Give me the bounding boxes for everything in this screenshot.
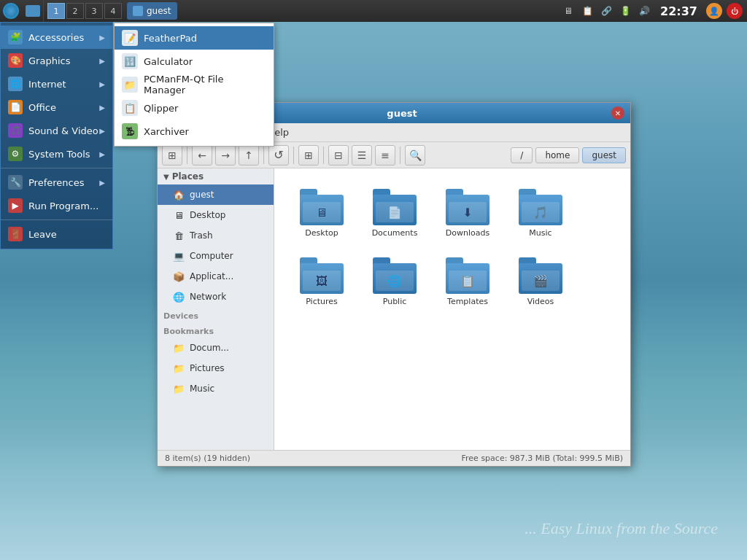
fm-reload-button[interactable]: ↺ [268, 145, 289, 166]
folder-public-icon: 🌐 [373, 257, 417, 294]
desktop-overlay-icon: 🖥 [316, 206, 328, 219]
fm-devices-header: Devices [158, 307, 274, 322]
internet-arrow: ▶ [99, 80, 105, 88]
run-label: Run Program... [28, 201, 98, 211]
fm-places-header[interactable]: ▼ Places [158, 168, 274, 184]
fm-thumbnail-button[interactable]: ⊟ [328, 145, 349, 166]
menu-item-graphics[interactable]: 🎨 Graphics ▶ [1, 49, 112, 72]
fm-statusbar: 8 item(s) (19 hidden) Free space: 987.3 … [158, 450, 630, 466]
sidebar-item-guest[interactable]: 🏠 guest [158, 184, 274, 205]
trash-sidebar-icon: 🗑 [172, 229, 185, 242]
workspace-2-button[interactable]: 2 [66, 3, 84, 19]
fm-toolbar-sep4 [323, 147, 324, 164]
clipboard-icon[interactable]: 📋 [580, 4, 595, 18]
fm-new-tab-button[interactable]: ⊞ [162, 145, 182, 166]
menu-item-internet[interactable]: 🌐 Internet ▶ [1, 72, 112, 96]
volume-icon[interactable]: 🔊 [637, 4, 651, 18]
taskbar: 1 2 3 4 guest 🖥 📋 🔗 🔋 🔊 22:37 👤 ⏻ [0, 0, 747, 22]
fm-content-area: 🖥 Desktop 📄 Documents ⬇ [274, 168, 630, 450]
sidebar-bookmark-pictures[interactable]: 📁 Pictures [158, 358, 274, 378]
fm-toolbar-sep3 [293, 147, 294, 164]
fm-up-button[interactable]: ↑ [239, 145, 259, 166]
fm-filter-button[interactable]: 🔍 [405, 145, 425, 166]
fm-path-guest[interactable]: guest [582, 147, 626, 163]
sound-video-icon: 🎵 [8, 123, 23, 138]
folder-documents[interactable]: 📄 Documents [362, 183, 427, 244]
display-icon[interactable]: 🖥 [561, 4, 576, 18]
desktop-sidebar-label: Desktop [190, 210, 226, 220]
fm-back-button[interactable]: ← [192, 145, 212, 166]
qlipper-label: Qlipper [144, 103, 178, 114]
sidebar-item-desktop[interactable]: 🖥 Desktop [158, 205, 274, 225]
network-icon[interactable]: 🔗 [599, 4, 614, 18]
fm-close-button[interactable]: ✕ [611, 106, 624, 120]
power-button[interactable]: ⏻ [727, 3, 743, 19]
folder-public[interactable]: 🌐 Public [362, 252, 427, 313]
menu-item-accessories[interactable]: 🧩 Accessories ▶ [1, 26, 112, 49]
application-menu: 🧩 Accessories ▶ 🎨 Graphics ▶ 🌐 Internet … [0, 22, 113, 249]
folder-videos[interactable]: 🎬 Videos [508, 252, 573, 313]
menu-item-preferences[interactable]: 🔧 Preferences ▶ [1, 171, 112, 194]
submenu-galculator[interactable]: 🔢 Galculator [115, 50, 274, 73]
submenu-pcmanfm[interactable]: 📁 PCManFM-Qt File Manager [115, 73, 274, 96]
folder-downloads[interactable]: ⬇ Downloads [435, 183, 500, 244]
folder-documents-icon: 📄 [373, 189, 417, 225]
desktop-sidebar-icon: 🖥 [172, 209, 185, 222]
apps-sidebar-icon: 📦 [172, 270, 185, 283]
sidebar-bookmark-music[interactable]: 📁 Music [158, 378, 274, 399]
taskbar-window-button[interactable]: guest [127, 2, 177, 20]
workspace-4-button[interactable]: 4 [104, 3, 122, 19]
fm-list-view-button[interactable]: ☰ [352, 145, 372, 166]
battery-icon[interactable]: 🔋 [618, 4, 632, 18]
workspace-3-button[interactable]: 3 [85, 3, 103, 19]
sidebar-item-trash[interactable]: 🗑 Trash [158, 225, 274, 246]
workspace-1-button[interactable]: 1 [47, 3, 65, 19]
fm-path-home[interactable]: home [535, 147, 579, 163]
submenu-qlipper[interactable]: 📋 Qlipper [115, 96, 274, 120]
folder-pictures-name: Pictures [306, 297, 338, 307]
menu-item-run[interactable]: ▶ Run Program... [1, 194, 112, 217]
menu-item-sound-video[interactable]: 🎵 Sound & Video ▶ [1, 119, 112, 142]
network-sidebar-label: Network [190, 292, 226, 302]
desktop-icon [26, 5, 40, 17]
menu-item-office[interactable]: 📄 Office ▶ [1, 96, 112, 119]
pictures-overlay-icon: 🖼 [316, 274, 328, 288]
fm-detail-view-button[interactable]: ≡ [375, 145, 395, 166]
submenu-xarchiver[interactable]: 🗜 Xarchiver [115, 120, 274, 143]
folder-music[interactable]: 🎵 Music [508, 183, 573, 244]
menu-separator-2 [1, 219, 112, 220]
leave-label: Leave [28, 229, 57, 240]
user-avatar[interactable]: 👤 [706, 3, 722, 19]
system-tools-icon: ⚙️ [8, 147, 23, 161]
folder-pictures[interactable]: 🖼 Pictures [289, 252, 355, 313]
submenu-featherpad[interactable]: 📝 FeatherPad [115, 26, 274, 50]
file-manager-window: – □ guest ✕ Bookmarks File Help ⊞ ← → ↑ … [157, 102, 631, 467]
start-logo [3, 3, 19, 19]
fm-icon-view-button[interactable]: ⊞ [298, 145, 319, 166]
folder-desktop[interactable]: 🖥 Desktop [289, 183, 355, 244]
public-overlay-icon: 🌐 [387, 274, 402, 288]
sidebar-bookmark-documents[interactable]: 📁 Docum... [158, 338, 274, 358]
folder-documents-name: Documents [372, 228, 418, 238]
menu-item-system-tools[interactable]: ⚙️ System Tools ▶ [1, 142, 112, 166]
sidebar-item-network[interactable]: 🌐 Network [158, 287, 274, 307]
folder-desktop-icon: 🖥 [300, 189, 344, 225]
docs-bk-icon: 📁 [172, 341, 185, 354]
templates-overlay-icon: 📋 [460, 274, 475, 288]
documents-overlay-icon: 📄 [387, 206, 402, 219]
videos-overlay-icon: 🎬 [533, 274, 548, 288]
menu-separator-1 [1, 168, 112, 168]
sidebar-item-computer[interactable]: 💻 Computer [158, 246, 274, 266]
folder-templates[interactable]: 📋 Templates [435, 252, 500, 313]
fm-toolbar-sep2 [263, 147, 264, 164]
office-icon: 📄 [8, 100, 23, 114]
office-arrow: ▶ [99, 104, 105, 112]
music-bk-label: Music [190, 384, 214, 394]
accessories-submenu: 📝 FeatherPad 🔢 Galculator 📁 PCManFM-Qt F… [114, 23, 274, 147]
start-button[interactable] [0, 0, 22, 22]
internet-icon: 🌐 [8, 77, 23, 91]
sidebar-item-applications[interactable]: 📦 Applicat... [158, 266, 274, 287]
fm-forward-button[interactable]: → [215, 145, 236, 166]
menu-item-leave[interactable]: 🚪 Leave [1, 222, 112, 246]
show-desktop-button[interactable] [22, 0, 44, 22]
